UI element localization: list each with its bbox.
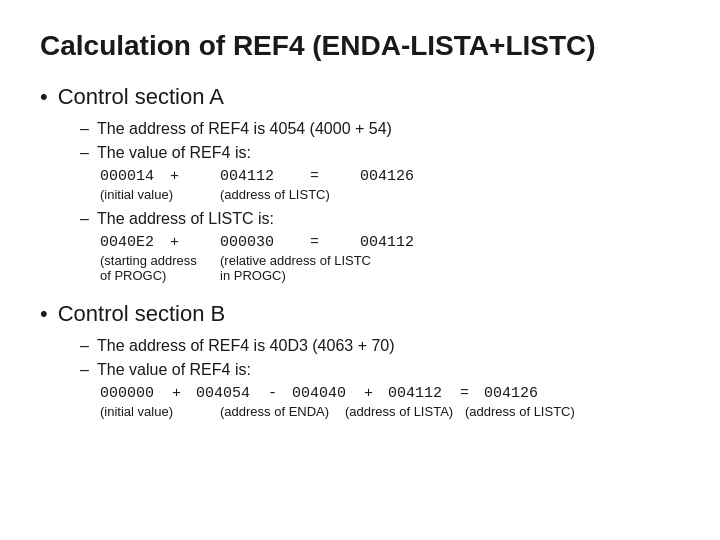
code-b1-t2: + <box>172 385 196 402</box>
code-a1-t2: + <box>170 168 220 185</box>
code-b1-t7: 004112 <box>388 385 460 402</box>
code-a2-t2: + <box>170 234 220 251</box>
item-a3: – The address of LISTC is: <box>80 210 680 228</box>
label-b1-4 <box>335 404 345 419</box>
label-a2-1: (starting address of PROGC) <box>100 253 210 283</box>
item-b1: – The address of REF4 is 40D3 (4063 + 70… <box>80 337 680 355</box>
item-b2: – The value of REF4 is: <box>80 361 680 379</box>
section-a: • Control section A – The address of REF… <box>40 84 680 283</box>
code-a1: 000014 + 004112 = 004126 <box>100 168 680 185</box>
label-a1-2 <box>210 187 220 202</box>
label-b1-1: (initial value) <box>100 404 210 419</box>
code-b1-t5: 004040 <box>292 385 364 402</box>
code-b1-t9: 004126 <box>484 385 556 402</box>
label-b1-2 <box>210 404 220 419</box>
label-b1-7: (address of LISTC) <box>465 404 585 419</box>
section-a-heading: • Control section A <box>40 84 680 110</box>
code-b1-t1: 000000 <box>100 385 172 402</box>
code-a1-t5: 004126 <box>360 168 440 185</box>
label-a1-3: (address of LISTC) <box>220 187 375 202</box>
code-b1-t8: = <box>460 385 484 402</box>
code-a1-t1: 000014 <box>100 168 170 185</box>
label-b1-3: (address of ENDA) <box>220 404 335 419</box>
code-b1-t4: - <box>268 385 292 402</box>
code-b1-labels: (initial value) (address of ENDA) (addre… <box>100 404 680 419</box>
label-a2-2 <box>210 253 220 283</box>
code-a1-t3: 004112 <box>220 168 310 185</box>
code-b1-t3: 004054 <box>196 385 268 402</box>
code-a2-t1: 0040E2 <box>100 234 170 251</box>
section-a-title: Control section A <box>58 84 224 110</box>
code-b1: 000000 + 004054 - 004040 + 004112 = 0041… <box>100 385 680 402</box>
code-a2-t4: = <box>310 234 360 251</box>
label-a2-3: (relative address of LISTC in PROGC) <box>220 253 375 283</box>
section-b: • Control section B – The address of REF… <box>40 301 680 419</box>
code-a2-t5: 004112 <box>360 234 440 251</box>
label-b1-6 <box>455 404 465 419</box>
item-a1: – The address of REF4 is 4054 (4000 + 54… <box>80 120 680 138</box>
section-b-title: Control section B <box>58 301 226 327</box>
code-a1-labels: (initial value) (address of LISTC) <box>100 187 680 202</box>
label-b1-5: (address of LISTA) <box>345 404 455 419</box>
code-b1-t6: + <box>364 385 388 402</box>
code-a1-t4: = <box>310 168 360 185</box>
item-a2: – The value of REF4 is: <box>80 144 680 162</box>
bullet-b: • <box>40 301 48 327</box>
code-a2-labels: (starting address of PROGC) (relative ad… <box>100 253 680 283</box>
label-a1-1: (initial value) <box>100 187 210 202</box>
code-a2-t3: 000030 <box>220 234 310 251</box>
page-title: Calculation of REF4 (ENDA-LISTA+LISTC) <box>40 30 680 62</box>
section-b-heading: • Control section B <box>40 301 680 327</box>
code-a2: 0040E2 + 000030 = 004112 <box>100 234 680 251</box>
bullet-a: • <box>40 84 48 110</box>
